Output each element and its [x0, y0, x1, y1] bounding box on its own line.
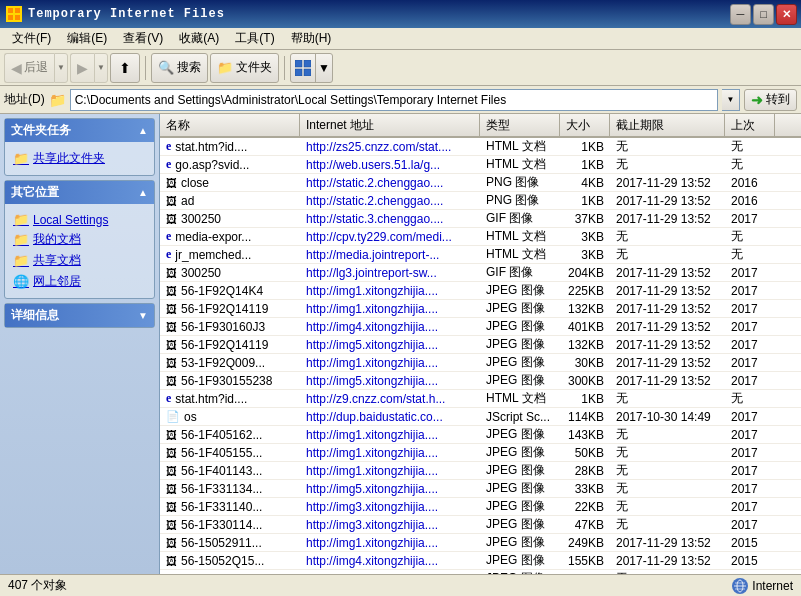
back-dropdown[interactable]: ▼ — [54, 53, 68, 83]
address-input[interactable] — [70, 89, 718, 111]
minimize-button[interactable]: ─ — [730, 4, 751, 25]
search-button[interactable]: 🔍 搜索 — [151, 53, 208, 83]
table-row[interactable]: 🖼 56-15052911... http://img1.xitongzhiji… — [160, 534, 801, 552]
col-header-expire[interactable]: 截止期限 — [610, 114, 725, 136]
col-header-last[interactable]: 上次 — [725, 114, 775, 136]
file-url-cell: http://static.2.chenggao.... — [300, 174, 480, 191]
table-row[interactable]: 🖼 56-1F405162... http://img1.xitongzhiji… — [160, 426, 801, 444]
window-title: Temporary Internet Files — [28, 7, 225, 21]
file-size-cell: 132KB — [560, 336, 610, 353]
sidebar: 文件夹任务 ▲ 📁 共享此文件夹 其它位置 ▲ 📁 Local Settings — [0, 114, 160, 574]
address-dropdown[interactable]: ▼ — [722, 89, 740, 111]
table-row[interactable]: 🖼 56-1F405155... http://img1.xitongzhiji… — [160, 444, 801, 462]
back-button[interactable]: ◀ 后退 — [4, 53, 54, 83]
svg-rect-4 — [15, 15, 20, 20]
table-row[interactable]: e media-expor... http://cpv.ty229.com/me… — [160, 228, 801, 246]
table-row[interactable]: 🖼 56-1F330114... http://img3.xitongzhiji… — [160, 516, 801, 534]
file-last-cell: 2017 — [725, 354, 775, 371]
file-type-cell: GIF 图像 — [480, 264, 560, 281]
menu-file[interactable]: 文件(F) — [4, 28, 59, 49]
file-last-cell: 无 — [725, 138, 775, 155]
sidebar-details-header[interactable]: 详细信息 ▼ — [5, 304, 154, 327]
file-type-cell: HTML 文档 — [480, 228, 560, 245]
file-name-cell: e go.asp?svid... — [160, 156, 300, 173]
table-row[interactable]: e go.asp?svid... http://web.users.51.la/… — [160, 156, 801, 174]
file-expire-cell: 无 — [610, 516, 725, 533]
up-button[interactable]: ⬆ — [110, 53, 140, 83]
file-url-cell: http://img1.xitongzhijia.... — [300, 300, 480, 317]
forward-button[interactable]: ▶ — [70, 53, 94, 83]
file-name-cell: 🖼 56-15052911... — [160, 534, 300, 551]
forward-button-group: ▶ ▼ — [70, 53, 108, 83]
sidebar-local-settings[interactable]: 📁 Local Settings — [9, 210, 150, 229]
file-size-cell: 37KB — [560, 570, 610, 574]
file-type-cell: PNG 图像 — [480, 192, 560, 209]
file-name-cell: 🖼 56-1F92Q14119 — [160, 300, 300, 317]
table-row[interactable]: 🖼 300250 http://static.3.chenggao.... GI… — [160, 210, 801, 228]
col-header-url[interactable]: Internet 地址 — [300, 114, 480, 136]
file-size-cell: 1KB — [560, 156, 610, 173]
forward-dropdown[interactable]: ▼ — [94, 53, 108, 83]
file-name-cell: 🖼 56-1F405162... — [160, 426, 300, 443]
table-row[interactable]: 🖼 56-1F92Q14119 http://img1.xitongzhijia… — [160, 300, 801, 318]
table-row[interactable]: 🖼 56-1F930155238 http://img5.xitongzhiji… — [160, 372, 801, 390]
shared-docs-label: 共享文档 — [33, 252, 81, 269]
sidebar-network[interactable]: 🌐 网上邻居 — [9, 271, 150, 292]
file-size-cell: 114KB — [560, 408, 610, 425]
sidebar-tasks-header[interactable]: 文件夹任务 ▲ — [5, 119, 154, 142]
file-size-cell: 225KB — [560, 282, 610, 299]
table-row[interactable]: e jr_memched... http://media.jointreport… — [160, 246, 801, 264]
table-row[interactable]: 🖼 300250 http://lg3.jointreport-sw... GI… — [160, 264, 801, 282]
table-row[interactable]: 🖼 56-1F92Q14119 http://img5.xitongzhijia… — [160, 336, 801, 354]
table-row[interactable]: 🖼 56-1F930160J3 http://img4.xitongzhijia… — [160, 318, 801, 336]
folders-button[interactable]: 📁 文件夹 — [210, 53, 279, 83]
file-size-cell: 33KB — [560, 480, 610, 497]
menu-edit[interactable]: 编辑(E) — [59, 28, 115, 49]
folders-icon: 📁 — [217, 60, 233, 75]
table-row[interactable]: 🖼 56-1F331134... http://img5.xitongzhiji… — [160, 480, 801, 498]
file-expire-cell: 无 — [610, 228, 725, 245]
file-name-cell: 🖼 53-1F92Q009... — [160, 354, 300, 371]
table-row[interactable]: 🖼 56-1F331140... http://img3.xitongzhiji… — [160, 498, 801, 516]
table-row[interactable]: 📄 os http://dup.baidustatic.co... JScrip… — [160, 408, 801, 426]
close-button[interactable]: ✕ — [776, 4, 797, 25]
back-arrow-icon: ◀ — [11, 60, 22, 76]
window-icon — [6, 6, 22, 22]
sidebar-shared-docs[interactable]: 📁 共享文档 — [9, 250, 150, 271]
sidebar-share-folder[interactable]: 📁 共享此文件夹 — [9, 148, 150, 169]
file-type-cell: JPEG 图像 — [480, 444, 560, 461]
table-row[interactable]: 🖼 56-1F401143... http://img1.xitongzhiji… — [160, 462, 801, 480]
table-row[interactable]: 🖼 56-15052Q15... http://img4.xitongzhiji… — [160, 552, 801, 570]
table-row[interactable]: 🖼 ad http://static.2.chenggao.... PNG 图像… — [160, 192, 801, 210]
table-row[interactable]: 🖼 56-15052G12... http://img2.xitongzhiji… — [160, 570, 801, 574]
file-type-cell: JPEG 图像 — [480, 570, 560, 574]
menu-tools[interactable]: 工具(T) — [227, 28, 282, 49]
sidebar-other-header[interactable]: 其它位置 ▲ — [5, 181, 154, 204]
menu-help[interactable]: 帮助(H) — [283, 28, 340, 49]
sidebar-other-section: 其它位置 ▲ 📁 Local Settings 📁 我的文档 📁 共享文档 🌐 — [4, 180, 155, 299]
views-button[interactable]: ▼ — [290, 53, 333, 83]
file-type-cell: JPEG 图像 — [480, 318, 560, 335]
col-header-size[interactable]: 大小 — [560, 114, 610, 136]
col-header-type[interactable]: 类型 — [480, 114, 560, 136]
menu-favorites[interactable]: 收藏(A) — [171, 28, 227, 49]
menu-view[interactable]: 查看(V) — [115, 28, 171, 49]
views-dropdown-arrow[interactable]: ▼ — [315, 54, 332, 82]
go-button[interactable]: ➜ 转到 — [744, 89, 797, 111]
statusbar-zone: Internet — [732, 578, 793, 594]
table-row[interactable]: 🖼 53-1F92Q009... http://img1.xitongzhiji… — [160, 354, 801, 372]
file-size-cell: 401KB — [560, 318, 610, 335]
col-header-name[interactable]: 名称 — [160, 114, 300, 136]
file-last-cell: 2017 — [725, 282, 775, 299]
filelist-body[interactable]: e stat.htm?id.... http://zs25.cnzz.com/s… — [160, 138, 801, 574]
table-row[interactable]: e stat.htm?id.... http://zs25.cnzz.com/s… — [160, 138, 801, 156]
table-row[interactable]: 🖼 56-1F92Q14K4 http://img1.xitongzhijia.… — [160, 282, 801, 300]
sidebar-my-documents[interactable]: 📁 我的文档 — [9, 229, 150, 250]
file-url-cell: http://zs25.cnzz.com/stat.... — [300, 138, 480, 155]
file-size-cell: 3KB — [560, 246, 610, 263]
file-url-cell: http://cpv.ty229.com/medi... — [300, 228, 480, 245]
table-row[interactable]: e stat.htm?id.... http://z9.cnzz.com/sta… — [160, 390, 801, 408]
file-url-cell: http://img5.xitongzhijia.... — [300, 372, 480, 389]
table-row[interactable]: 🖼 close http://static.2.chenggao.... PNG… — [160, 174, 801, 192]
maximize-button[interactable]: □ — [753, 4, 774, 25]
